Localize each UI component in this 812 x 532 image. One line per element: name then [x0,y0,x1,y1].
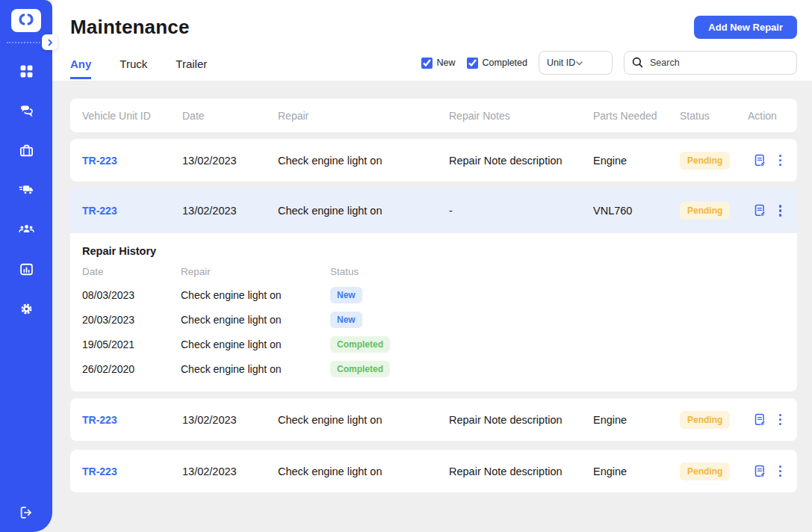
chevron-down-icon [576,58,605,68]
unit-id-dropdown[interactable]: Unit ID [539,51,613,75]
hist-col-repair: Repair [181,266,330,277]
status-badge: Pending [680,411,730,429]
hist-col-date: Date [82,266,181,277]
col-date: Date [182,110,278,122]
row-notes: Repair Note description [449,466,593,477]
hist-date: 20/03/2023 [82,314,181,326]
sidebar-item-inventory[interactable] [13,142,39,161]
repairs-table: Vehicle Unit ID Date Repair Repair Notes… [52,81,812,532]
filter-controls: New Completed Unit ID [421,51,797,79]
filter-completed: Completed [467,58,527,69]
repair-history-title: Repair History [70,245,797,257]
edit-note-button[interactable] [754,204,766,217]
unit-id-dropdown-value: Unit ID [547,58,576,68]
filter-new: New [421,58,456,69]
tab-any[interactable]: Any [70,58,91,79]
briefcase-icon [19,143,34,161]
row-notes: - [449,205,593,217]
sidebar-item-dashboard[interactable] [13,63,39,82]
dashboard-icon [19,64,34,81]
table-row[interactable]: TR-223 13/02/2023 Check engine light on … [70,139,797,182]
unit-id-link[interactable]: TR-223 [82,155,182,167]
hist-date: 26/02/2020 [82,363,181,375]
page-header: Maintenance Add New Repair Any Truck Tra… [52,0,812,81]
tab-truck[interactable]: Truck [120,58,147,79]
edit-note-button[interactable] [754,465,766,477]
add-new-repair-button[interactable]: Add New Repair [694,16,797,39]
tab-bar: Any Truck Trailer [70,58,207,79]
row-date: 13/02/2023 [182,414,278,426]
completed-checkbox-label: Completed [483,58,527,68]
row-date: 13/02/2023 [182,205,278,217]
unit-id-link[interactable]: TR-223 [82,466,182,477]
main-content: Maintenance Add New Repair Any Truck Tra… [52,0,812,532]
hist-repair: Check engine light on [181,338,330,350]
status-badge: Pending [680,463,730,480]
row-date: 13/02/2023 [182,466,278,477]
sidebar-item-reports[interactable] [13,261,39,280]
status-badge: Completed [330,361,390,377]
col-repair: Repair [278,110,449,122]
completed-checkbox[interactable] [467,58,478,69]
search-box [624,51,797,75]
sidebar-item-settings[interactable] [13,300,39,320]
table-row-expanded[interactable]: TR-223 13/02/2023 Check engine light on … [70,188,797,233]
hist-col-status: Status [330,266,785,277]
sidebar-expand-button[interactable] [42,34,58,50]
maintenance-screen: Maintenance Add New Repair Any Truck Tra… [0,0,812,532]
search-input[interactable] [624,51,797,75]
hist-repair: Check engine light on [181,363,330,375]
row-repair: Check engine light on [278,414,449,426]
row-repair: Check engine light on [278,205,449,217]
sidebar-item-team[interactable] [13,221,39,241]
app-logo[interactable] [11,9,41,32]
col-vehicle-unit-id: Vehicle Unit ID [82,110,182,122]
status-badge: Completed [330,336,390,353]
row-menu-button[interactable] [778,464,783,478]
messages-icon [19,104,34,121]
row-repair: Check engine light on [278,155,449,167]
sidebar-nav [13,63,39,320]
chevron-right-icon [46,36,54,49]
brand-arcs-icon [18,13,34,29]
unit-id-link[interactable]: TR-223 [82,205,182,217]
row-menu-button[interactable] [778,203,783,217]
table-row[interactable]: TR-223 13/02/2023 Check engine light on … [70,398,797,441]
bar-chart-icon [19,262,34,279]
row-parts: Engine [593,466,680,477]
row-menu-button[interactable] [778,412,783,427]
truck-icon [19,183,34,200]
hist-repair: Check engine light on [181,289,330,301]
logout-button[interactable] [0,506,52,522]
table-row[interactable]: TR-223 13/02/2023 Check engine light on … [70,450,797,492]
unit-id-link[interactable]: TR-223 [82,414,182,426]
sidebar-item-messages[interactable] [13,102,39,122]
row-notes: Repair Note description [449,414,593,426]
sidebar-divider [7,42,46,43]
tab-trailer[interactable]: Trailer [176,58,207,79]
table-header-row: Vehicle Unit ID Date Repair Repair Notes… [70,99,797,132]
col-parts-needed: Parts Needed [593,110,680,122]
gear-icon [19,302,34,319]
new-checkbox-label: New [437,58,456,68]
repair-history-row: 20/03/2023 Check engine light on New [70,307,797,332]
sidebar-item-fleet[interactable] [13,182,39,201]
status-badge: Pending [680,202,730,220]
new-checkbox[interactable] [421,58,433,69]
repair-history-row: 26/02/2020 Check engine light on Complet… [70,356,797,381]
expanded-row-card: TR-223 13/02/2023 Check engine light on … [70,188,797,392]
col-status: Status [680,110,748,122]
repair-history-row: 19/05/2021 Check engine light on Complet… [70,332,797,356]
edit-note-button[interactable] [754,154,766,167]
row-menu-button[interactable] [778,153,783,167]
hist-date: 08/03/2023 [82,289,181,301]
row-parts: Engine [593,155,680,167]
hist-date: 19/05/2021 [82,338,181,350]
repair-history-section: Repair History Date Repair Status 08/03/… [70,233,797,392]
edit-note-button[interactable] [754,413,766,426]
status-badge: New [330,287,362,303]
row-parts: VNL760 [593,205,680,217]
sidebar [0,0,52,532]
row-parts: Engine [593,414,680,426]
logout-icon [19,506,34,522]
